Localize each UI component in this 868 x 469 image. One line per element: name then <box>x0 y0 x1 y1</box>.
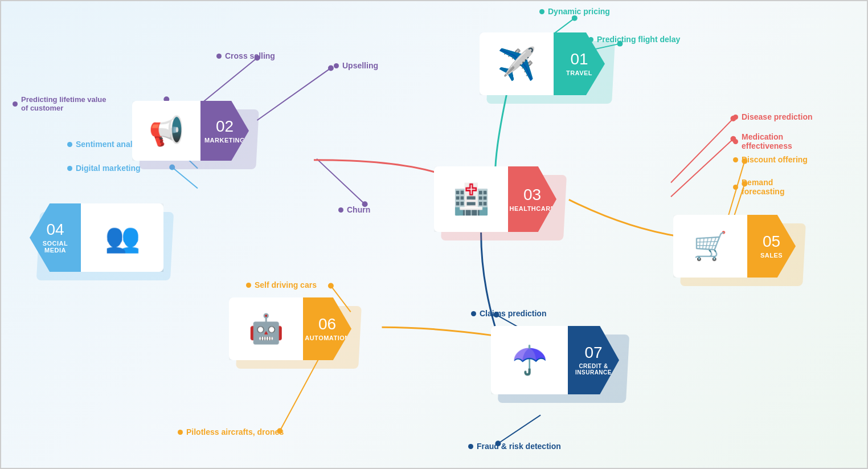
social-title: SOCIAL MEDIA <box>36 240 74 254</box>
marketing-card: 📢 02 MARKETING <box>132 101 249 161</box>
digital-marketing-text: Digital marketing <box>76 164 141 173</box>
upselling-text: Upselling <box>342 61 378 70</box>
sales-number: 05 <box>763 234 780 250</box>
self-driving-label: Self driving cars <box>246 280 317 289</box>
discount-label: Discount offering <box>733 155 808 164</box>
predicting-lifetime-label: Predicting lifetime valueof customer <box>13 95 107 112</box>
credit-card: ☂️ 07 CREDIT &INSURANCE <box>491 326 619 394</box>
fraud-text: Fraud & risk detection <box>477 442 561 451</box>
svg-line-17 <box>671 139 733 197</box>
digital-marketing-label: Digital marketing <box>67 164 141 173</box>
dynamic-pricing-text: Dynamic pricing <box>548 7 610 16</box>
svg-line-10 <box>317 159 365 205</box>
claims-label: Claims prediction <box>471 309 546 318</box>
infographic-container: ✈️ 01 TRAVEL 📢 02 MARKETING 🏥 <box>0 0 868 469</box>
upselling-label: Upselling <box>334 61 378 70</box>
svg-line-14 <box>172 168 198 189</box>
marketing-title: MARKETING <box>204 137 245 144</box>
svg-line-5 <box>257 68 331 120</box>
dynamic-pricing-label: Dynamic pricing <box>539 7 610 16</box>
medication-text: Medicationeffectiveness <box>742 132 792 150</box>
social-number: 04 <box>46 222 64 238</box>
sales-title: SALES <box>760 252 783 259</box>
svg-point-7 <box>328 65 334 71</box>
travel-title: TRAVEL <box>566 70 592 76</box>
sales-card: 🛒 05 SALES <box>673 215 796 278</box>
predicting-lifetime-text: Predicting lifetime valueof customer <box>21 95 107 112</box>
claims-text: Claims prediction <box>480 309 546 318</box>
cross-selling-text: Cross selling <box>225 51 275 60</box>
automation-card: 🤖 06 AUTOMATION <box>229 297 351 360</box>
healthcare-card: 🏥 03 HEALTHCARE <box>434 166 556 232</box>
svg-line-30 <box>498 415 541 443</box>
fraud-label: Fraud & risk detection <box>468 442 561 451</box>
credit-title: CREDIT &INSURANCE <box>575 363 612 376</box>
travel-number: 01 <box>570 51 588 67</box>
disease-prediction-text: Disease prediction <box>742 112 813 121</box>
churn-label: Churn <box>338 205 370 214</box>
svg-point-25 <box>328 283 334 289</box>
automation-title: AUTOMATION <box>305 335 350 341</box>
healthcare-number: 03 <box>523 187 541 203</box>
churn-text: Churn <box>347 205 370 214</box>
pilotless-label: Pilotless aircrafts, drones <box>178 427 284 437</box>
self-driving-text: Self driving cars <box>255 280 317 289</box>
discount-text: Discount offering <box>742 155 808 164</box>
marketing-number: 02 <box>216 119 234 134</box>
svg-point-2 <box>572 15 578 21</box>
demand-label: Demandforecasting <box>733 178 784 196</box>
social-card: 04 SOCIAL MEDIA 👥 <box>30 203 163 272</box>
travel-card: ✈️ 01 TRAVEL <box>480 32 605 95</box>
demand-text: Demandforecasting <box>742 178 784 196</box>
disease-prediction-label: Disease prediction <box>733 112 813 121</box>
automation-number: 06 <box>318 316 336 332</box>
healthcare-title: HEALTHCARE <box>510 205 555 212</box>
medication-label: Medicationeffectiveness <box>733 132 792 150</box>
credit-number: 07 <box>584 345 602 361</box>
pilotless-text: Pilotless aircrafts, drones <box>186 427 284 437</box>
cross-selling-label: Cross selling <box>216 51 275 60</box>
svg-line-16 <box>671 119 733 182</box>
